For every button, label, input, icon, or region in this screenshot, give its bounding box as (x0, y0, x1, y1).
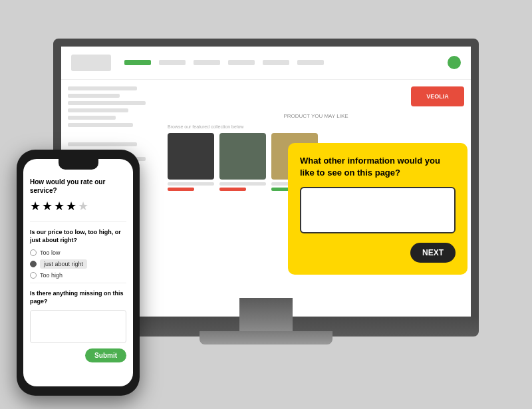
monitor-stand-neck (239, 298, 293, 331)
divider-2 (30, 283, 126, 283)
nav-item-services[interactable] (297, 60, 324, 65)
product-image-1 (168, 133, 214, 180)
submit-button[interactable]: Submit (85, 348, 126, 362)
monitor-stand-base (200, 331, 332, 344)
phone-missing-textarea[interactable] (30, 310, 126, 343)
star-3[interactable]: ★ (54, 199, 65, 213)
radio-label-just-right: just about right (40, 259, 87, 269)
text-line (68, 116, 116, 120)
survey-textarea[interactable] (300, 187, 456, 233)
section-title: PRODUCT YOU MAY LIKE (168, 113, 464, 119)
star-1[interactable]: ★ (30, 199, 41, 213)
product-card-1[interactable] (168, 133, 214, 193)
nav-item-home[interactable] (124, 60, 151, 65)
phone-notch (59, 159, 98, 170)
section-subtitle: Browse our featured collection below (168, 124, 464, 129)
website-nav (124, 60, 434, 65)
next-button[interactable]: NEXT (410, 243, 456, 263)
text-line (68, 142, 137, 146)
brand-logo: VEOLIA (411, 86, 464, 106)
nav-item-products[interactable] (159, 60, 186, 65)
star-rating[interactable]: ★ ★ ★ ★ ★ (30, 199, 126, 213)
star-2[interactable]: ★ (42, 199, 53, 213)
phone-question-3: Is there anything missing on this page? (30, 290, 126, 305)
radio-too-high[interactable]: Too high (30, 272, 126, 279)
star-5[interactable]: ★ (78, 199, 88, 213)
phone: How would you rate our service? ★ ★ ★ ★ … (17, 150, 140, 396)
price-line (168, 182, 214, 186)
nav-item-links[interactable] (263, 60, 289, 65)
nav-item-faq[interactable] (228, 60, 255, 65)
divider-1 (30, 221, 126, 222)
product-image-2 (219, 133, 266, 180)
website-right-column: VEOLIA PRODUCT YOU MAY LIKE Browse our f… (161, 80, 471, 317)
radio-circle-just-right[interactable] (30, 261, 37, 267)
radio-label-too-high: Too high (40, 272, 63, 279)
website-logo (71, 55, 111, 71)
price-red (168, 188, 194, 191)
radio-just-right[interactable]: just about right (30, 259, 126, 269)
nav-item-sale[interactable] (194, 60, 220, 65)
text-line (68, 101, 146, 105)
website-header (61, 47, 471, 80)
radio-too-low[interactable]: Too low (30, 249, 126, 256)
header-icon (448, 56, 461, 69)
text-line (68, 123, 133, 127)
price-line (219, 182, 266, 186)
phone-screen: How would you rate our service? ★ ★ ★ ★ … (23, 159, 133, 386)
star-4[interactable]: ★ (66, 199, 76, 213)
phone-question-2: Is our price too low, too high, or just … (30, 229, 126, 244)
radio-label-too-low: Too low (40, 249, 61, 256)
text-line (68, 94, 120, 98)
survey-popup-title: What other information would you like to… (300, 155, 456, 179)
radio-circle-too-low[interactable] (30, 249, 37, 256)
survey-next-button-container: NEXT (300, 243, 456, 263)
product-card-2[interactable] (219, 133, 266, 193)
radio-circle-too-high[interactable] (30, 272, 37, 279)
phone-question-1: How would you rate our service? (30, 178, 126, 195)
price-red (219, 188, 246, 191)
text-line (68, 108, 128, 112)
survey-popup: What other information would you like to… (288, 143, 467, 275)
text-line (68, 86, 137, 90)
